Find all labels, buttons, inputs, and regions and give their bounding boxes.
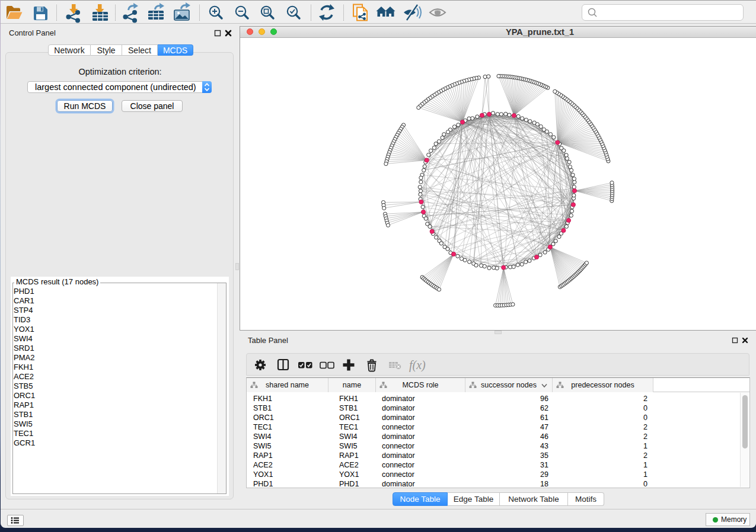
svg-text:f(x): f(x) [409,358,426,372]
